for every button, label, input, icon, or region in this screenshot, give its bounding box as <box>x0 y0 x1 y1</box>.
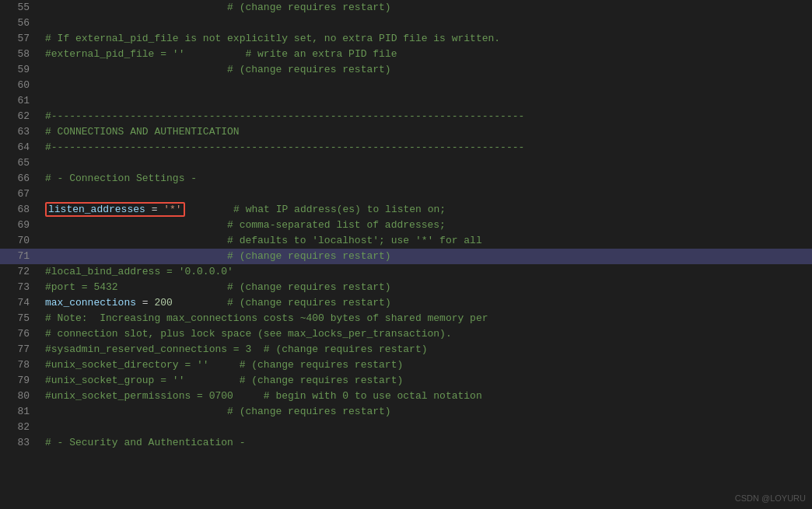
line-63: 63 # CONNECTIONS AND AUTHENTICATION <box>0 124 812 140</box>
line-number-83: 83 <box>0 435 39 451</box>
line-content-64: #---------------------------------------… <box>39 140 812 155</box>
line-content-58: #external_pid_file = '' # write an extra… <box>39 47 812 62</box>
line-content-80: #unix_socket_permissions = 0700 # begin … <box>39 389 812 404</box>
line-55: 55 # (change requires restart) <box>0 0 812 16</box>
line-content-83: # - Security and Authentication - <box>39 435 812 451</box>
line-78: 78 #unix_socket_directory = '' # (change… <box>0 357 812 373</box>
line-number-57: 57 <box>0 31 39 47</box>
line-66: 66 # - Connection Settings - <box>0 171 812 187</box>
line-content-72: #local_bind_address = '0.0.0.0' <box>39 264 812 280</box>
line-number-74: 74 <box>0 295 39 311</box>
line-content-66: # - Connection Settings - <box>39 171 812 187</box>
line-content-55: # (change requires restart) <box>39 0 812 16</box>
line-content-79: #unix_socket_group = '' # (change requir… <box>39 373 812 389</box>
line-content-74: max_connections = 200 # (change requires… <box>39 295 812 311</box>
line-77: 77 #sysadmin_reserved_connections = 3 # … <box>0 342 812 357</box>
line-number-58: 58 <box>0 47 39 62</box>
line-content-68: listen_addresses = '*' # what IP address… <box>39 202 812 218</box>
line-number-70: 70 <box>0 233 39 249</box>
line-content-76: # connection slot, plus lock space (see … <box>39 326 812 342</box>
line-79: 79 #unix_socket_group = '' # (change req… <box>0 373 812 389</box>
line-82: 82 <box>0 420 812 435</box>
line-number-62: 62 <box>0 109 39 124</box>
line-content-73: #port = 5432 # (change requires restart) <box>39 280 812 295</box>
line-59: 59 # (change requires restart) <box>0 62 812 78</box>
line-60: 60 <box>0 78 812 93</box>
line-content-71: # (change requires restart) <box>39 249 812 264</box>
line-content-70: # defaults to 'localhost'; use '*' for a… <box>39 233 812 249</box>
line-58: 58 #external_pid_file = '' # write an ex… <box>0 47 812 62</box>
line-content-81: # (change requires restart) <box>39 404 812 420</box>
line-80: 80 #unix_socket_permissions = 0700 # beg… <box>0 389 812 404</box>
line-62: 62 #------------------------------------… <box>0 109 812 124</box>
line-72: 72 #local_bind_address = '0.0.0.0' <box>0 264 812 280</box>
line-content-67 <box>39 187 812 202</box>
line-57: 57 # If external_pid_file is not explici… <box>0 31 812 47</box>
line-content-77: #sysadmin_reserved_connections = 3 # (ch… <box>39 342 812 357</box>
line-content-62: #---------------------------------------… <box>39 109 812 124</box>
line-75: 75 # Note: Increasing max_connections co… <box>0 311 812 326</box>
line-content-57: # If external_pid_file is not explicitly… <box>39 31 812 47</box>
line-83: 83 # - Security and Authentication - <box>0 435 812 451</box>
line-number-75: 75 <box>0 311 39 326</box>
line-number-78: 78 <box>0 357 39 373</box>
line-number-55: 55 <box>0 0 39 16</box>
watermark-text: CSDN @LOYURU <box>735 493 806 503</box>
line-81: 81 # (change requires restart) <box>0 404 812 420</box>
line-number-73: 73 <box>0 280 39 295</box>
line-64: 64 #------------------------------------… <box>0 140 812 155</box>
line-number-60: 60 <box>0 78 39 93</box>
line-76: 76 # connection slot, plus lock space (s… <box>0 326 812 342</box>
watermark: CSDN @LOYURU <box>735 493 806 503</box>
line-number-76: 76 <box>0 326 39 342</box>
line-number-72: 72 <box>0 264 39 280</box>
line-74: 74 max_connections = 200 # (change requi… <box>0 295 812 311</box>
line-number-59: 59 <box>0 62 39 78</box>
listen-addresses-box: listen_addresses = '*' <box>45 202 185 217</box>
line-content-63: # CONNECTIONS AND AUTHENTICATION <box>39 124 812 140</box>
line-number-81: 81 <box>0 404 39 420</box>
line-content-78: #unix_socket_directory = '' # (change re… <box>39 357 812 373</box>
line-68: 68 listen_addresses = '*' # what IP addr… <box>0 202 812 218</box>
line-content-82 <box>39 420 812 435</box>
line-content-56 <box>39 16 812 31</box>
line-number-80: 80 <box>0 389 39 404</box>
line-number-65: 65 <box>0 155 39 171</box>
line-61: 61 <box>0 93 812 109</box>
line-73: 73 #port = 5432 # (change requires resta… <box>0 280 812 295</box>
line-number-82: 82 <box>0 420 39 435</box>
line-number-64: 64 <box>0 140 39 155</box>
line-number-63: 63 <box>0 124 39 140</box>
line-number-69: 69 <box>0 218 39 233</box>
line-number-71: 71 <box>0 249 39 264</box>
line-number-61: 61 <box>0 93 39 109</box>
line-56: 56 <box>0 16 812 31</box>
line-content-61 <box>39 93 812 109</box>
line-67: 67 <box>0 187 812 202</box>
line-content-60 <box>39 78 812 93</box>
line-number-79: 79 <box>0 373 39 389</box>
line-number-68: 68 <box>0 202 39 218</box>
line-content-75: # Note: Increasing max_connections costs… <box>39 311 812 326</box>
line-number-66: 66 <box>0 171 39 187</box>
code-area: 55 # (change requires restart) 56 57 # I… <box>0 0 812 451</box>
line-69: 69 # comma-separated list of addresses; <box>0 218 812 233</box>
line-number-77: 77 <box>0 342 39 357</box>
line-number-56: 56 <box>0 16 39 31</box>
line-content-69: # comma-separated list of addresses; <box>39 218 812 233</box>
line-70: 70 # defaults to 'localhost'; use '*' fo… <box>0 233 812 249</box>
line-65: 65 <box>0 155 812 171</box>
line-number-67: 67 <box>0 187 39 202</box>
editor: 55 # (change requires restart) 56 57 # I… <box>0 0 812 509</box>
line-71: 71 # (change requires restart) <box>0 249 812 264</box>
line-content-59: # (change requires restart) <box>39 62 812 78</box>
line-content-65 <box>39 155 812 171</box>
